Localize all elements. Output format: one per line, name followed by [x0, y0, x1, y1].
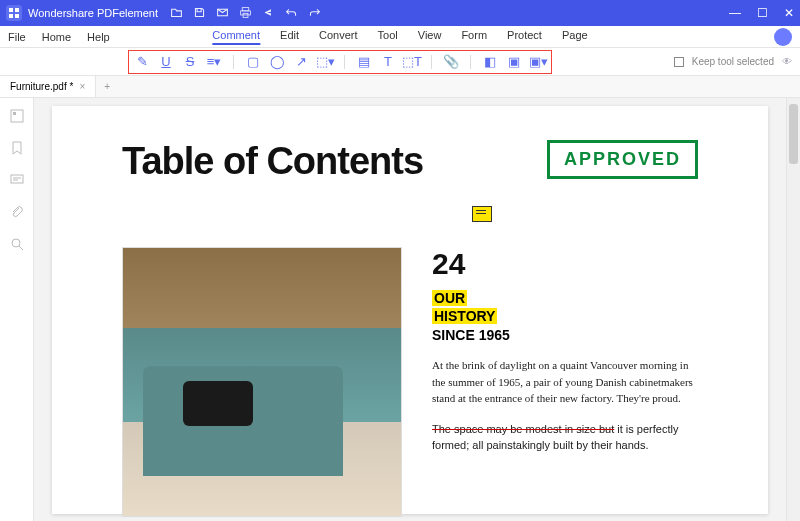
tab-close-icon[interactable]: × [79, 81, 85, 92]
thumbnails-icon[interactable] [9, 108, 25, 124]
page-number: 24 [432, 247, 698, 281]
save-icon[interactable] [193, 6, 206, 21]
svg-rect-4 [11, 110, 23, 122]
app-title: Wondershare PDFelement [28, 7, 158, 19]
window-controls: — ☐ ✕ [729, 6, 794, 20]
note-icon[interactable]: ▤ [357, 55, 371, 69]
text-icon[interactable]: T [381, 55, 395, 69]
scroll-thumb[interactable] [789, 104, 798, 164]
since-text: SINCE 1965 [432, 327, 698, 343]
svg-rect-1 [242, 7, 249, 10]
close-icon[interactable]: ✕ [784, 6, 794, 20]
arrow-icon[interactable]: ↗ [294, 55, 308, 69]
maximize-icon[interactable]: ☐ [757, 6, 768, 20]
menu-view[interactable]: View [418, 29, 442, 45]
oval-icon[interactable]: ◯ [270, 55, 284, 69]
quick-access-toolbar [170, 6, 321, 21]
share-icon[interactable] [262, 6, 275, 21]
furniture-image [122, 247, 402, 517]
tab-add-icon[interactable]: + [96, 81, 118, 92]
highlight-our[interactable]: OUR [432, 290, 467, 306]
left-sidebar [0, 98, 34, 521]
shape-select-icon[interactable]: ⬚▾ [318, 55, 332, 69]
sticky-note-annotation[interactable] [472, 206, 492, 222]
tab-label: Furniture.pdf * [10, 81, 73, 92]
menu-edit[interactable]: Edit [280, 29, 299, 45]
attachments-icon[interactable] [9, 204, 25, 220]
redo-icon[interactable] [308, 6, 321, 21]
toolbar-highlighted-group: ✎ U S ≡▾ ▢ ◯ ↗ ⬚▾ ▤ T ⬚T 📎 ◧ ▣ ▣▾ [128, 50, 552, 74]
menu-home[interactable]: Home [42, 31, 71, 43]
print-icon[interactable] [239, 6, 252, 21]
menu-form[interactable]: Form [461, 29, 487, 45]
pdf-page: Table of Contents APPROVED 24 OUR HISTOR… [52, 106, 768, 514]
keep-tool-checkbox[interactable] [674, 57, 684, 67]
svg-rect-5 [13, 112, 16, 115]
document-canvas[interactable]: Table of Contents APPROVED 24 OUR HISTOR… [34, 98, 786, 521]
open-icon[interactable] [170, 6, 183, 21]
menubar: File Home Help Comment Edit Convert Tool… [0, 26, 800, 48]
menu-file[interactable]: File [8, 31, 26, 43]
menu-help[interactable]: Help [87, 31, 110, 43]
undo-icon[interactable] [285, 6, 298, 21]
approved-stamp[interactable]: APPROVED [547, 140, 698, 179]
visibility-icon[interactable]: 👁 [782, 56, 792, 67]
attachment-icon[interactable]: 📎 [444, 55, 458, 69]
document-tab[interactable]: Furniture.pdf * × [0, 76, 96, 97]
minimize-icon[interactable]: — [729, 6, 741, 20]
underline-icon[interactable]: U [159, 55, 173, 69]
comment-toolbar: ✎ U S ≡▾ ▢ ◯ ↗ ⬚▾ ▤ T ⬚T 📎 ◧ ▣ ▣▾ Keep t… [0, 48, 800, 76]
menu-protect[interactable]: Protect [507, 29, 542, 45]
keep-tool-label: Keep tool selected [692, 56, 774, 67]
search-icon[interactable] [9, 236, 25, 252]
text-column: 24 OUR HISTORY SINCE 1965 At the brink o… [432, 247, 698, 517]
vertical-scrollbar[interactable] [786, 98, 800, 521]
app-logo-icon [6, 5, 22, 21]
svg-rect-6 [11, 175, 23, 183]
highlight-icon[interactable]: ✎ [135, 55, 149, 69]
heading-our-history: OUR HISTORY [432, 289, 698, 325]
svg-point-7 [12, 239, 20, 247]
bookmark-icon[interactable] [9, 140, 25, 156]
callout-icon[interactable]: ⬚T [405, 55, 419, 69]
titlebar: Wondershare PDFelement — ☐ ✕ [0, 0, 800, 26]
document-tabbar: Furniture.pdf * × + [0, 76, 800, 98]
menu-convert[interactable]: Convert [319, 29, 358, 45]
stamp-icon[interactable]: ▣ [507, 55, 521, 69]
list-icon[interactable]: ≡▾ [207, 55, 221, 69]
strikethrough-text[interactable]: The space may be modest in size but [432, 423, 614, 435]
eraser-icon[interactable]: ◧ [483, 55, 497, 69]
stamp-dropdown-icon[interactable]: ▣▾ [531, 55, 545, 69]
paragraph-2: The space may be modest in size but it i… [432, 421, 698, 454]
workspace: Table of Contents APPROVED 24 OUR HISTOR… [0, 98, 800, 521]
menu-page[interactable]: Page [562, 29, 588, 45]
mail-icon[interactable] [216, 6, 229, 21]
rectangle-icon[interactable]: ▢ [246, 55, 260, 69]
user-avatar[interactable] [774, 28, 792, 46]
menu-comment[interactable]: Comment [212, 29, 260, 45]
strikethrough-icon[interactable]: S [183, 55, 197, 69]
highlight-history[interactable]: HISTORY [432, 308, 497, 324]
paragraph-1: At the brink of daylight on a quaint Van… [432, 357, 698, 407]
comments-icon[interactable] [9, 172, 25, 188]
menu-tool[interactable]: Tool [378, 29, 398, 45]
